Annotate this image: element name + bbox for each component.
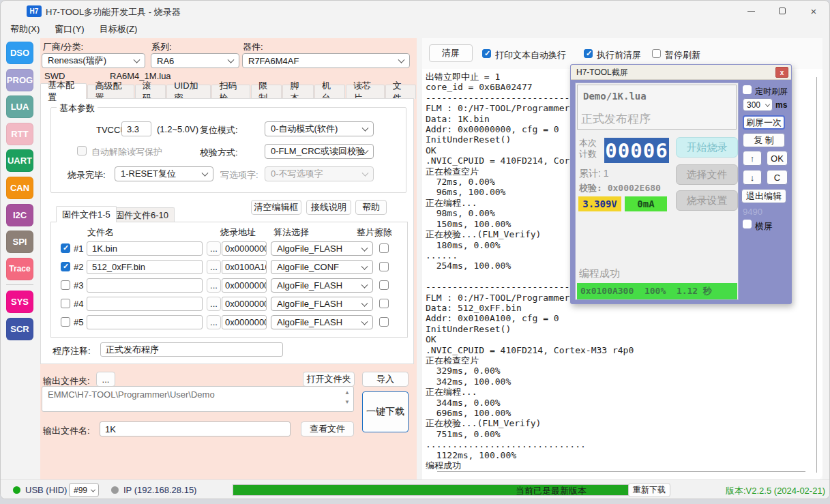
sidebar-item-uart[interactable]: UART xyxy=(6,149,33,172)
auto-unlock-checkbox[interactable] xyxy=(77,146,87,155)
maximize-button[interactable] xyxy=(767,1,798,21)
exit-edit-button[interactable]: 退出编辑 xyxy=(741,189,786,203)
burn-address-input[interactable]: 0x0100A100 xyxy=(222,260,267,274)
algorithm-select[interactable]: AlgoFile_FLASH xyxy=(271,241,373,256)
minimize-button[interactable] xyxy=(735,1,767,21)
output-filename-input[interactable]: 1K xyxy=(100,421,291,436)
clear-screen-button[interactable]: 清屏 xyxy=(429,44,473,62)
sidebar-item-rtt[interactable]: RTT xyxy=(6,123,33,145)
refresh-once-button[interactable]: 刷屏一次 xyxy=(743,115,785,130)
tab-machine[interactable]: 机台 xyxy=(314,85,345,99)
port-select[interactable]: #99 xyxy=(69,483,99,497)
vendor-select[interactable]: Renesas(瑞萨) xyxy=(42,53,145,68)
auto-wrap-checkbox[interactable] xyxy=(482,49,491,58)
algorithm-select[interactable]: AlgoFile_FLASH xyxy=(271,315,373,329)
filename-input[interactable] xyxy=(87,297,203,311)
browse-button[interactable]: ... xyxy=(207,241,221,256)
close-button[interactable]: × xyxy=(798,1,829,21)
filename-input[interactable] xyxy=(87,278,203,293)
usb-status-label[interactable]: USB (HID) xyxy=(25,485,67,495)
scroll-up-icon[interactable]: ▲ xyxy=(344,390,350,396)
select-file-button[interactable]: 选择文件 xyxy=(676,164,738,185)
copy-button[interactable]: 复 制 xyxy=(743,133,785,147)
tab-read-chip[interactable]: 读芯片 xyxy=(346,85,385,99)
row-enable-checkbox[interactable] xyxy=(61,262,70,271)
sidebar-item-scr[interactable]: SCR xyxy=(6,318,33,340)
help-button[interactable]: 帮助 xyxy=(355,200,387,215)
tvcc-input[interactable]: 3.3 xyxy=(121,121,151,136)
clear-editor-button[interactable]: 清空编辑框 xyxy=(251,200,301,215)
row-enable-checkbox[interactable] xyxy=(61,299,70,308)
view-file-button[interactable]: 查看文件 xyxy=(301,421,354,436)
browse-button[interactable]: ... xyxy=(207,315,221,329)
browse-button[interactable]: ... xyxy=(207,260,221,274)
filename-input[interactable] xyxy=(87,315,203,329)
option-byte-select[interactable]: 0-不写选项字 xyxy=(265,166,374,181)
series-select[interactable]: RA6 xyxy=(151,53,239,68)
start-burn-button[interactable]: 开始烧录 xyxy=(676,137,738,158)
tab-barcode-gun[interactable]: 扫码枪 xyxy=(211,85,250,99)
burn-address-input[interactable]: 0x00000000 xyxy=(222,297,267,311)
redownload-button[interactable]: 重新下载 xyxy=(628,483,670,497)
burn-address-input[interactable]: 0x00000000 xyxy=(222,278,267,293)
part-select[interactable]: R7FA6M4AF xyxy=(242,53,410,68)
tab-advanced-config[interactable]: 高级配置 xyxy=(87,85,134,99)
capture-close-button[interactable]: x xyxy=(775,67,788,78)
browse-button[interactable]: ... xyxy=(207,297,221,311)
burn-address-input[interactable]: 0x00000000 xyxy=(222,241,267,256)
tab-basic-config[interactable]: 基本配置 xyxy=(40,83,87,99)
burn-address-input[interactable]: 0x00000000 xyxy=(222,315,267,329)
tab-firmware-6-10[interactable]: 固件文件6-10 xyxy=(109,207,175,222)
sidebar-item-dso[interactable]: DSO xyxy=(6,42,33,64)
sidebar-item-spi[interactable]: SPI xyxy=(6,231,33,253)
tab-rolling-code[interactable]: 滚码 xyxy=(135,85,166,99)
after-burn-select[interactable]: 1-RESET复位 xyxy=(115,166,213,181)
clear-before-run-checkbox[interactable] xyxy=(584,49,593,58)
algorithm-select[interactable]: AlgoFile_FLASH xyxy=(271,278,373,293)
browse-button[interactable]: ... xyxy=(207,278,221,293)
sidebar-item-lua[interactable]: LUA xyxy=(6,95,33,118)
erase-checkbox[interactable] xyxy=(379,317,389,327)
open-folder-button[interactable]: 打开文件夹 xyxy=(303,372,355,387)
up-button[interactable]: ↑ xyxy=(743,151,762,166)
tab-script[interactable]: 脚本 xyxy=(282,85,313,99)
ok-button[interactable]: OK xyxy=(767,151,788,166)
menu-target-board[interactable]: 目标板(Z) xyxy=(100,23,138,35)
erase-checkbox[interactable] xyxy=(379,299,389,308)
capture-title-bar[interactable]: H7-TOOL截屏 x xyxy=(571,65,791,80)
down-button[interactable]: ↓ xyxy=(743,170,762,185)
import-button[interactable]: 导入 xyxy=(362,372,409,387)
row-enable-checkbox[interactable] xyxy=(61,317,70,327)
reset-mode-select[interactable]: 0-自动模式(软件) xyxy=(265,121,374,136)
tab-file[interactable]: 文件 xyxy=(385,85,416,99)
landscape-checkbox[interactable] xyxy=(743,220,752,228)
row-enable-checkbox[interactable] xyxy=(61,280,70,290)
algorithm-select[interactable]: AlgoFile_FLASH xyxy=(271,297,373,311)
burn-settings-button[interactable]: 烧录设置 xyxy=(676,190,738,211)
one-key-download-button[interactable]: 一键下载 xyxy=(362,391,409,432)
comment-input[interactable]: 正式发布程序 xyxy=(100,342,283,357)
tab-uid-encrypt[interactable]: UID加密 xyxy=(166,85,211,99)
ip-status-label[interactable]: IP (192.168.28.15) xyxy=(123,485,196,495)
sidebar-item-prog[interactable]: PROG xyxy=(6,69,33,91)
sidebar-item-sys[interactable]: SYS xyxy=(6,291,33,313)
sidebar-item-i2c[interactable]: I2C xyxy=(6,204,33,226)
algorithm-select[interactable]: AlgoFile_CONF xyxy=(271,260,373,274)
row-enable-checkbox[interactable] xyxy=(61,243,70,253)
sidebar-item-trace[interactable]: Trace xyxy=(6,258,33,280)
filename-input[interactable]: 1K.bin xyxy=(87,241,203,256)
vertical-scrollbar[interactable] xyxy=(816,77,817,473)
menu-window[interactable]: 窗口(Y) xyxy=(55,23,84,35)
menu-help[interactable]: 帮助(X) xyxy=(10,23,40,35)
output-path-box[interactable]: EMMC\H7-TOOL\Programmer\User\Demo ▲ ▼ xyxy=(42,386,354,412)
wiring-help-button[interactable]: 接线说明 xyxy=(306,200,351,215)
pause-refresh-checkbox[interactable] xyxy=(652,49,661,58)
horizontal-scrollbar[interactable] xyxy=(437,471,805,472)
filename-input[interactable]: 512_0xFF.bin xyxy=(87,260,203,274)
verify-mode-select[interactable]: 0-FLM_CRC或读回校验 xyxy=(265,144,374,159)
erase-checkbox[interactable] xyxy=(379,262,389,271)
interval-select[interactable]: 300 xyxy=(743,98,773,111)
sidebar-item-can[interactable]: CAN xyxy=(6,177,33,199)
erase-checkbox[interactable] xyxy=(379,280,389,290)
erase-checkbox[interactable] xyxy=(379,243,389,253)
